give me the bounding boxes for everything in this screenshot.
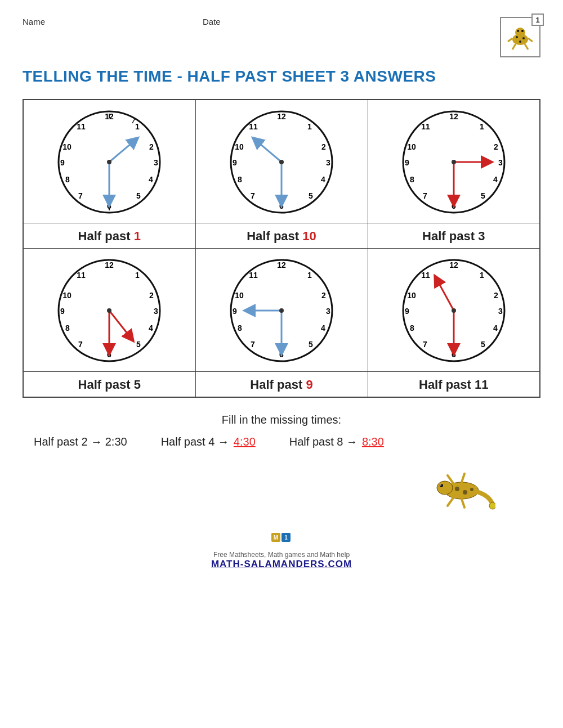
svg-text:1: 1 (480, 122, 484, 131)
fill-item-3: Half past 8 → 8:30 (289, 435, 384, 448)
svg-text:12: 12 (449, 260, 458, 269)
svg-text:7: 7 (78, 191, 83, 200)
svg-text:8: 8 (65, 323, 70, 332)
svg-text:2: 2 (494, 142, 498, 151)
svg-point-118 (455, 487, 459, 491)
clock-label-6: Half past 11 (368, 372, 540, 398)
svg-text:8: 8 (238, 323, 242, 332)
svg-text:3: 3 (498, 307, 503, 316)
svg-point-77 (107, 308, 111, 313)
clock-cell-4: 12 1 2 3 4 5 6 7 8 9 10 11 (23, 249, 195, 372)
svg-text:7: 7 (78, 340, 83, 349)
svg-text:5: 5 (481, 340, 485, 349)
svg-text:4: 4 (493, 323, 498, 332)
svg-line-9 (512, 44, 516, 50)
clock-cell-2: 12 1 2 3 4 5 6 7 8 9 10 11 (195, 100, 368, 223)
svg-text:9: 9 (405, 307, 409, 316)
svg-point-4 (519, 41, 521, 43)
clock-label-1: Half past 1 (23, 223, 195, 249)
svg-point-2 (516, 36, 518, 38)
svg-text:12: 12 (449, 112, 458, 121)
svg-text:9: 9 (233, 158, 237, 167)
svg-text:1: 1 (480, 271, 484, 280)
footer: M 1 Free Mathsheets, Math games and Math… (23, 533, 540, 570)
svg-text:6: 6 (452, 350, 456, 359)
name-date-labels: Name Date (23, 17, 221, 26)
svg-text:8: 8 (410, 175, 414, 184)
svg-text:2: 2 (494, 291, 498, 300)
svg-text:7: 7 (423, 191, 427, 200)
svg-text:4: 4 (493, 175, 498, 184)
svg-text:3: 3 (154, 158, 158, 167)
svg-text:7: 7 (251, 340, 255, 349)
clock-3: 12 1 2 3 4 5 6 7 8 9 10 11 (397, 106, 510, 218)
svg-text:4: 4 (149, 323, 153, 332)
svg-text:1: 1 (284, 534, 288, 541)
svg-text:6: 6 (279, 350, 284, 359)
clock-1: 12 1 2 3 4 5 6 7 8 9 10 11 (53, 106, 166, 218)
svg-text:9: 9 (60, 158, 65, 167)
svg-text:1: 1 (135, 271, 140, 280)
clock-label-3: Half past 3 (368, 223, 540, 249)
clock-row-1: 12 1 2 3 4 5 6 7 8 9 10 11 (23, 100, 540, 223)
svg-text:2: 2 (321, 142, 326, 151)
clock-cell-1: 12 1 2 3 4 5 6 7 8 9 10 11 (23, 100, 195, 223)
name-label: Name (23, 17, 45, 26)
svg-text:10: 10 (407, 291, 416, 300)
svg-text:10: 10 (407, 142, 416, 151)
clock-row-2: 12 1 2 3 4 5 6 7 8 9 10 11 (23, 249, 540, 372)
svg-point-61 (452, 160, 456, 164)
footer-tagline: Free Mathsheets, Math games and Math hel… (213, 551, 350, 559)
svg-line-117 (462, 474, 464, 482)
svg-point-112 (440, 484, 443, 487)
svg-text:4: 4 (321, 175, 325, 184)
svg-point-3 (522, 37, 525, 39)
svg-point-113 (440, 484, 441, 486)
clock-label-5: Half past 9 (195, 372, 368, 398)
svg-text:3: 3 (154, 307, 158, 316)
svg-line-7 (508, 38, 512, 42)
logo-icon (504, 21, 536, 53)
svg-text:5: 5 (136, 340, 141, 349)
fill-row: Half past 2 → 2:30 Half past 4 → 4:30 Ha… (23, 435, 540, 448)
svg-line-8 (528, 38, 533, 42)
badge-number: 1 (531, 14, 544, 26)
svg-point-6 (521, 30, 524, 32)
svg-point-5 (517, 30, 519, 32)
svg-text:3: 3 (326, 307, 330, 316)
svg-text:3: 3 (326, 158, 330, 167)
svg-text:7: 7 (251, 191, 255, 200)
footer-logo: M 1 Free Mathsheets, Math games and Math… (211, 533, 352, 570)
fill-item-2: Half past 4 → 4:30 (161, 435, 256, 448)
svg-text:6: 6 (107, 350, 111, 359)
svg-point-111 (437, 481, 453, 495)
svg-text:10: 10 (235, 142, 244, 151)
svg-text:9: 9 (405, 158, 409, 167)
svg-text:7: 7 (423, 340, 427, 349)
svg-text:4: 4 (321, 323, 325, 332)
svg-text:M: M (274, 534, 278, 541)
svg-text:11: 11 (77, 271, 86, 280)
clock-cell-3: 12 1 2 3 4 5 6 7 8 9 10 11 (368, 100, 540, 223)
svg-point-121 (489, 502, 495, 509)
svg-text:1: 1 (135, 122, 140, 131)
svg-text:6: 6 (279, 201, 284, 210)
svg-text:8: 8 (410, 323, 414, 332)
date-label: Date (203, 17, 221, 26)
svg-text:6: 6 (452, 201, 456, 210)
svg-text:2: 2 (149, 142, 154, 151)
svg-text:8: 8 (65, 175, 70, 184)
clock-4: 12 1 2 3 4 5 6 7 8 9 10 11 (53, 254, 166, 367)
svg-line-114 (448, 498, 453, 506)
svg-text:2: 2 (321, 291, 326, 300)
svg-text:11: 11 (77, 122, 86, 131)
footer-site: MATH-SALAMANDERS.COM (211, 559, 352, 570)
svg-text:3: 3 (498, 158, 503, 167)
svg-text:10: 10 (62, 291, 72, 300)
svg-point-45 (279, 160, 284, 164)
svg-line-115 (462, 499, 464, 507)
clock-5: 12 1 2 3 4 5 6 7 8 9 10 11 (225, 254, 338, 367)
svg-text:12: 12 (277, 260, 286, 269)
label-row-1: Half past 1 Half past 10 Half past 3 (23, 223, 540, 249)
svg-point-120 (470, 488, 473, 491)
